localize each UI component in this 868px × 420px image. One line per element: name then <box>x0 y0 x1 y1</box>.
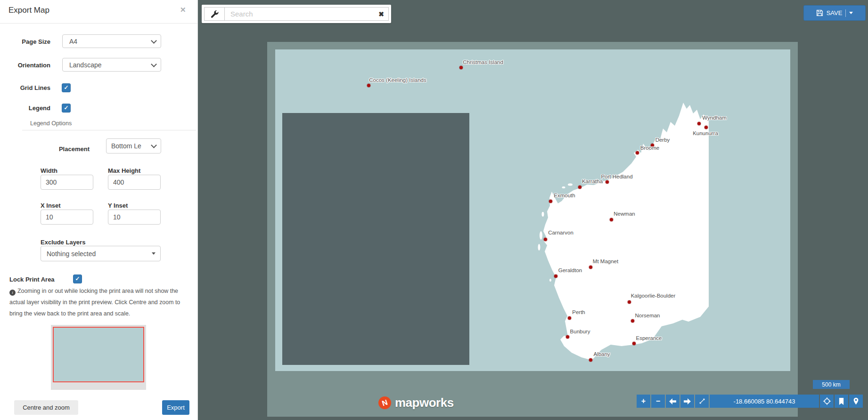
city-label: Wyndham <box>702 115 727 121</box>
exclude-layers-label: Exclude Layers <box>41 239 85 246</box>
y-inset-label: Y Inset <box>108 202 128 209</box>
legend-options-divider <box>22 130 196 130</box>
city-label: Broome <box>640 145 659 151</box>
legend-label: Legend <box>0 105 50 112</box>
print-area-preview <box>51 325 146 390</box>
y-inset-input[interactable] <box>108 210 161 225</box>
city-marker <box>636 151 639 154</box>
zoom-out-button[interactable]: − <box>651 395 665 408</box>
city-marker <box>632 342 636 345</box>
x-inset-label: X Inset <box>41 202 61 209</box>
caret-down-icon <box>152 252 156 255</box>
city-label: Newman <box>614 211 635 217</box>
city-marker <box>544 238 547 241</box>
save-label: SAVE <box>827 9 843 16</box>
orientation-label: Orientation <box>0 62 50 69</box>
legend-placeholder <box>282 113 469 365</box>
city-marker <box>578 186 581 189</box>
city-marker <box>704 126 708 129</box>
city-label: Kalgoorlie-Boulder <box>631 293 676 299</box>
city-marker <box>697 122 701 125</box>
city-label: Kununurra <box>693 130 718 136</box>
city-marker <box>367 84 370 87</box>
search-input[interactable] <box>225 10 374 18</box>
centre-and-zoom-button[interactable]: Centre and zoom <box>14 400 78 415</box>
search-box: ✖ <box>204 7 389 21</box>
city-marker <box>589 358 592 362</box>
info-text: Zooming in or out while locking the prin… <box>9 288 180 317</box>
city-label: Port Hedland <box>601 174 632 179</box>
width-input[interactable] <box>41 175 93 190</box>
search-widget: ✖ <box>202 5 391 23</box>
grid-lines-checkbox[interactable]: ✓ <box>62 83 71 92</box>
pan-left-button[interactable] <box>666 395 680 408</box>
mapworks-logo-text: mapworks <box>395 396 454 410</box>
exclude-layers-value: Nothing selected <box>47 250 96 258</box>
map-control-bar: + − -18.660085 80.644743 <box>637 395 863 408</box>
city-label: Geraldton <box>558 267 582 273</box>
save-separator <box>845 9 846 17</box>
page-size-select[interactable]: A4 <box>62 34 161 48</box>
orientation-value: Landscape <box>69 61 102 69</box>
city-label: Carnarvon <box>548 230 573 235</box>
chevron-down-icon <box>151 61 157 67</box>
orientation-select[interactable]: Landscape <box>62 58 161 72</box>
save-menu-caret-icon[interactable] <box>849 12 853 14</box>
close-icon[interactable]: ✕ <box>180 6 186 14</box>
city-label: Perth <box>572 309 585 315</box>
city-label: Christmas Island <box>463 59 503 65</box>
max-height-input[interactable] <box>108 175 161 190</box>
coordinates-readout: -18.660085 80.644743 <box>710 395 819 408</box>
placement-value: Bottom Le <box>111 142 141 150</box>
full-extent-button[interactable] <box>695 395 709 408</box>
save-icon <box>816 9 823 16</box>
city-marker <box>568 316 571 320</box>
city-marker <box>606 180 609 184</box>
lock-print-area-info: iZooming in or out while locking the pri… <box>9 285 181 319</box>
zoom-in-button[interactable]: + <box>637 395 650 408</box>
width-label: Width <box>41 167 57 174</box>
exclude-layers-dropdown[interactable]: Nothing selected <box>41 246 161 261</box>
city-label: Derby <box>655 137 670 143</box>
save-button[interactable]: SAVE <box>803 5 866 21</box>
clear-search-icon[interactable]: ✖ <box>374 10 388 18</box>
locate-crosshair-button[interactable] <box>820 395 834 408</box>
city-label: Exmouth <box>554 193 575 198</box>
legend-options-heading: Legend Options <box>30 120 72 127</box>
placement-select[interactable]: Bottom Le <box>106 138 161 153</box>
city-label: Esperance <box>636 335 662 341</box>
x-inset-input[interactable] <box>41 210 93 225</box>
page-size-value: A4 <box>69 38 77 45</box>
chevron-down-icon <box>151 38 157 44</box>
wrench-icon[interactable] <box>205 8 225 20</box>
mapworks-logo: N mapworks <box>378 396 454 410</box>
header-divider <box>0 23 198 24</box>
city-marker <box>554 275 557 278</box>
mapworks-logo-icon: N <box>378 396 391 409</box>
map-viewport[interactable]: Christmas IslandCocos (Keeling) IslandsW… <box>198 0 868 420</box>
page-size-label: Page Size <box>0 38 50 45</box>
chevron-down-icon <box>151 142 157 148</box>
city-marker <box>628 300 631 304</box>
city-marker <box>459 66 463 69</box>
pan-right-button[interactable] <box>680 395 694 408</box>
city-label: Cocos (Keeling) Islands <box>369 77 426 83</box>
map-paper[interactable]: Christmas IslandCocos (Keeling) IslandsW… <box>275 49 790 371</box>
print-area-preview-extent <box>53 327 144 382</box>
lock-print-area-checkbox[interactable]: ✓ <box>73 275 82 283</box>
export-button[interactable]: Export <box>162 400 189 415</box>
city-marker <box>549 200 552 203</box>
bookmark-button[interactable] <box>835 395 848 408</box>
city-label: Mt Magnet <box>593 258 618 264</box>
max-height-label: Max Height <box>108 167 140 174</box>
city-marker <box>631 319 634 323</box>
city-label: Norseman <box>635 313 660 318</box>
legend-checkbox[interactable]: ✓ <box>62 104 71 113</box>
city-marker <box>589 266 592 269</box>
lock-print-area-label: Lock Print Area <box>9 276 55 283</box>
grid-lines-label: Grid Lines <box>0 84 50 91</box>
export-map-panel: Export Map ✕ Page Size A4 Orientation La… <box>0 0 198 420</box>
location-pin-button[interactable] <box>849 395 863 408</box>
app-window: Export Map ✕ Page Size A4 Orientation La… <box>0 0 868 420</box>
print-page: Christmas IslandCocos (Keeling) IslandsW… <box>267 42 798 417</box>
